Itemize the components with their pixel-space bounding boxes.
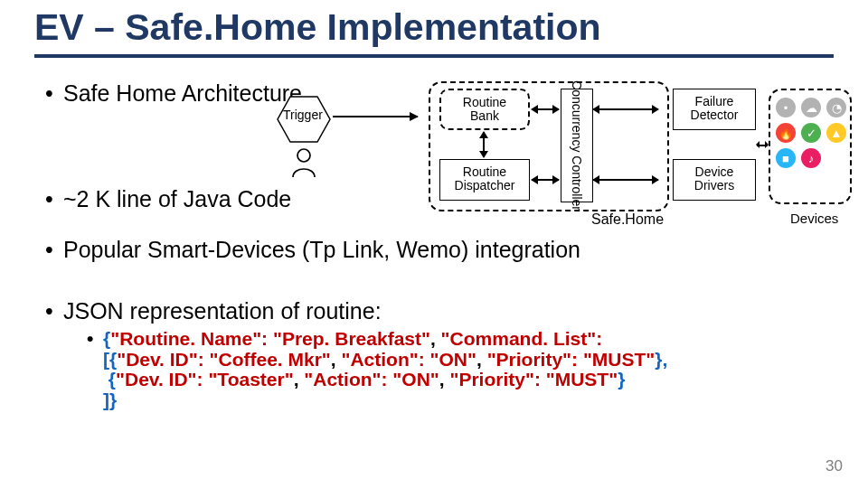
bullet-icon: • bbox=[45, 298, 63, 324]
routine-bank-box: Routine Bank bbox=[439, 89, 530, 130]
device-icon: • bbox=[776, 98, 796, 117]
concurrency-controller-box: Concurrency Controller bbox=[561, 89, 593, 202]
arrow-trigger-to-safehome bbox=[333, 116, 418, 117]
device-icon: ☁ bbox=[801, 98, 821, 117]
device-icon: ◔ bbox=[826, 98, 846, 117]
json-example: • {"Routine. Name": "Prep. Breakfast", "… bbox=[87, 329, 667, 411]
title-underline bbox=[34, 54, 834, 58]
page-number: 30 bbox=[826, 457, 843, 475]
failure-detector-box: Failure Detector bbox=[673, 89, 756, 130]
arrow-cc-failure bbox=[593, 108, 658, 110]
arrow-drivers-devices bbox=[757, 145, 768, 146]
routine-dispatcher-box: Routine Dispatcher bbox=[439, 159, 530, 201]
slide-title: EV – Safe.Home Implementation bbox=[34, 7, 601, 48]
person-icon bbox=[290, 148, 317, 179]
bullet-icon: • bbox=[45, 237, 63, 263]
bullet-icon: • bbox=[45, 80, 63, 108]
trigger-label: Trigger bbox=[283, 108, 323, 122]
svg-point-1 bbox=[297, 149, 310, 162]
bullet-4: JSON representation of routine: bbox=[63, 298, 382, 324]
device-icon: ■ bbox=[776, 148, 796, 168]
device-icons-grid: •☁◔🔥✓▲■♪ bbox=[776, 98, 848, 170]
device-icon: ✓ bbox=[801, 123, 821, 143]
arrow-bank-dispatcher bbox=[483, 132, 485, 157]
bullet-icon: • bbox=[87, 329, 103, 350]
device-icon: ♪ bbox=[801, 148, 821, 168]
bullet-3: Popular Smart-Devices (Tp Link, Wemo) in… bbox=[63, 237, 580, 263]
safehome-label: Safe.Home bbox=[591, 211, 664, 228]
device-icon: 🔥 bbox=[776, 123, 796, 143]
devices-label: Devices bbox=[790, 211, 838, 226]
device-drivers-box: Device Drivers bbox=[673, 159, 756, 201]
bullet-icon: • bbox=[45, 185, 63, 213]
bullet-list-top: •Safe Home Architecture •~2 K line of Ja… bbox=[45, 80, 302, 218]
arrow-disp-cc bbox=[532, 179, 559, 181]
bullet-3-wrap: •Popular Smart-Devices (Tp Link, Wemo) i… bbox=[45, 237, 580, 263]
architecture-diagram: Trigger Routine Bank Routine Dispatcher … bbox=[277, 81, 819, 217]
bullet-4-wrap: •JSON representation of routine: bbox=[45, 298, 382, 324]
arrow-bank-cc bbox=[532, 108, 559, 110]
arrow-cc-drivers bbox=[593, 179, 658, 181]
device-icon: ▲ bbox=[826, 123, 846, 143]
bullet-2: ~2 K line of Java Code bbox=[63, 185, 291, 213]
bullet-1: Safe Home Architecture bbox=[63, 80, 302, 108]
